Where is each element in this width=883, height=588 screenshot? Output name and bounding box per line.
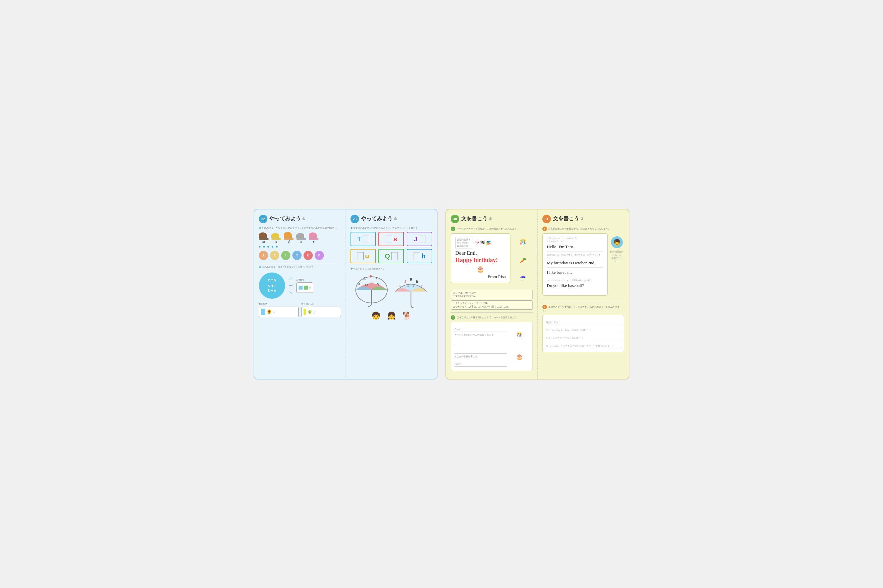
deco-umbrella: ☂️ bbox=[520, 275, 526, 280]
letter-grid: T s J u bbox=[350, 232, 432, 263]
character-row: A R I M D B bbox=[259, 251, 341, 260]
page-22: 22 やってみよう ① たれのぼうしかな？ 同じアルファベットの大文字と小文字を… bbox=[254, 210, 346, 379]
hat-a: a bbox=[271, 233, 281, 243]
hello-line-4: Do you like baseball? bbox=[547, 283, 604, 290]
page31-section2-label: 2 上のポスターを参考にして、あなたの自己紹介ポスターを完成させよう。 bbox=[542, 304, 625, 313]
write-line-blank2 bbox=[454, 346, 507, 354]
badge-31: 31 bbox=[542, 215, 551, 223]
svg-text:M: M bbox=[365, 283, 368, 286]
hat-d: d bbox=[284, 232, 294, 243]
char-R: R bbox=[270, 251, 279, 260]
pair-u: u bbox=[350, 249, 376, 263]
svg-text:B: B bbox=[404, 280, 407, 284]
write-hint1: カードを書きたいたんの名前を書こう。 bbox=[454, 333, 507, 336]
page-31-title: 31 文を書こう ② bbox=[542, 215, 625, 223]
page-30-title: 30 文を書こう ① bbox=[451, 215, 533, 223]
avatar-circle: 👦 bbox=[611, 236, 623, 248]
card-dear: Dear Emi, bbox=[455, 250, 506, 256]
blank-t bbox=[363, 235, 369, 243]
sort-icon-3 bbox=[303, 309, 306, 315]
write-left: Dear カードを書きたいたんの名前を書こう。 あなたの名前を書こう。 From bbox=[454, 325, 507, 368]
annotation-3: ウエスチョンマーク(？)は、疑問文の終わりに書く。 bbox=[547, 279, 604, 282]
badge-22: 22 bbox=[259, 215, 267, 223]
hello-line-1: Hello! I'm Taro. bbox=[547, 244, 604, 252]
hello-annotation: アポストロフィは、2つの語を1語にまとめるときに使う。 bbox=[547, 237, 604, 243]
sort-box-2: 🌻 b bbox=[259, 307, 299, 317]
write2-line-3: I like あなたの好きなものを書こう。 bbox=[546, 333, 621, 340]
umbrella-svg1: n A b f M t Y bbox=[353, 273, 390, 310]
pair-Q: Q bbox=[378, 249, 404, 263]
card-from: From Risa bbox=[455, 274, 506, 279]
char-I: I bbox=[281, 251, 290, 260]
blank-H bbox=[414, 252, 420, 260]
umbrella-svg2: m B g E i G t bbox=[393, 273, 429, 310]
page30-section1-label: 1 バースデーカードを見ながら、文の書き方をくにんしよう。 bbox=[451, 226, 533, 231]
hat-row: m a d bbox=[259, 232, 341, 243]
page-23-title: 23 やってみよう ② bbox=[350, 215, 432, 223]
write-deco: 🎊 🎂 bbox=[509, 325, 529, 368]
page31-section1-label: 1 自己紹介ポスターを見ながら、文の書き方をくにんしよう。 bbox=[542, 226, 625, 231]
write-area-30: Dear カードを書きたいたんの名前を書こう。 あなたの名前を書こう。 From… bbox=[451, 322, 533, 371]
sort-icon-1 bbox=[299, 286, 303, 290]
page-30: 30 文を書こう ① 1 バースデーカードを見ながら、文の書き方をくにんしよう。… bbox=[446, 210, 538, 379]
card-happy: Happy birthday! bbox=[455, 257, 506, 264]
circle-letters: b f pg e rk y s bbox=[259, 273, 285, 299]
child2: 👧 bbox=[387, 312, 396, 320]
dot-row bbox=[259, 246, 341, 248]
deco-carrot: 🥕 bbox=[520, 257, 526, 263]
hello-line-2: My birthday is October 2nd. bbox=[547, 260, 604, 268]
hello-deco: 👦 絵の自己紹介リストを参考にしよう！ bbox=[610, 233, 624, 299]
annotation-2: 文頭の文字は、大文字で書く。 ピリオドは、文の終わりに書く。 bbox=[547, 254, 604, 260]
badge-30: 30 bbox=[451, 215, 459, 223]
hint-birthday: あなたの誕生日を書こう。 bbox=[565, 328, 592, 332]
svg-text:E: E bbox=[416, 280, 418, 284]
sorting-area: b f pg e rk y s → → → 1段部て e bbox=[259, 271, 341, 300]
umbrella1: n A b f M t Y bbox=[353, 273, 390, 310]
hat-b: b bbox=[296, 233, 306, 243]
sort-icon-2 bbox=[261, 309, 265, 315]
blank-q bbox=[391, 252, 398, 260]
write-line-from: From bbox=[454, 360, 507, 367]
blank-U bbox=[357, 252, 363, 260]
book-right: 30 文を書こう ① 1 バースデーカードを見ながら、文の書き方をくにんしよう。… bbox=[446, 209, 629, 380]
card-area: 文頭の言葉・名前などの最初の文字 🎌🏁🎏 Dear Emi, Happy bir… bbox=[451, 233, 533, 286]
page30-section2-label: 2 文をなぞったり書き写したりして、カードを完成させよう。 bbox=[451, 315, 533, 320]
main-container: 22 やってみよう ① たれのぼうしかな？ 同じアルファベットの大文字と小文字を… bbox=[0, 196, 883, 393]
svg-text:G: G bbox=[407, 284, 409, 288]
blank-j bbox=[419, 235, 425, 243]
page23-section1-label: 大文字と小文字がペアになるように、アルファベットを書こう。 bbox=[350, 226, 432, 230]
write2-line-1: Hello! I'm bbox=[546, 318, 621, 324]
umbrella2: m B g E i G t bbox=[393, 273, 429, 310]
cake-icon: 🎂 bbox=[455, 265, 506, 273]
page23-section2-label: 小文字のところに色をぬろう。 bbox=[350, 267, 432, 271]
sort-3-group: 首と1段つき 🌵 g bbox=[301, 303, 341, 317]
svg-text:n: n bbox=[358, 282, 360, 286]
badge-23: 23 bbox=[350, 215, 359, 223]
deco-flag: 🎊 bbox=[520, 239, 526, 245]
page22-section2-label: 次の小文字を、高さごとに3つずつ仲間分けしよう。 bbox=[259, 266, 341, 269]
note-comma: コンマは、Yak りょの小文字を1文字あける。 bbox=[451, 290, 533, 299]
write-line-blank1 bbox=[454, 338, 507, 345]
page22-section1-label: たれのぼうしかな？ 同じアルファベットの大文字と小文字を線で結ぼう。 bbox=[259, 226, 341, 230]
write-area-31: Hello! I'm My birthday is あなたの誕生日を書こう。 I… bbox=[542, 315, 625, 352]
child1: 🧒 bbox=[371, 312, 380, 320]
sort-bottom: 2段部て 🌻 b 首と1段つき 🌵 g bbox=[259, 303, 341, 317]
write-deco-cake: 🎂 bbox=[516, 353, 523, 360]
pair-J: J bbox=[407, 232, 432, 246]
birthday-card: 文頭の言葉・名前などの最初の文字 🎌🏁🎏 Dear Emi, Happy bir… bbox=[451, 233, 511, 284]
char-M: M bbox=[292, 251, 302, 260]
hello-card: アポストロフィは、2つの語を1語にまとめるときに使う。 Hello! I'm T… bbox=[542, 233, 608, 296]
pair-h: h bbox=[407, 249, 432, 263]
child3: 🐕 bbox=[402, 312, 411, 320]
svg-text:b: b bbox=[370, 274, 372, 278]
pair-T: T bbox=[350, 232, 376, 246]
char-B: B bbox=[315, 251, 324, 260]
pair-s: s bbox=[378, 232, 404, 246]
write-inner: Dear カードを書きたいたんの名前を書こう。 あなたの名前を書こう。 From… bbox=[454, 325, 529, 368]
hello-area: アポストロフィは、2つの語を1語にまとめるときに使う。 Hello! I'm T… bbox=[542, 233, 625, 299]
hat-m: m bbox=[259, 232, 269, 243]
right-side-box: 絵の自己紹介リストを参考にしよう！ bbox=[610, 250, 624, 263]
page-31: 31 文を書こう ② 1 自己紹介ポスターを見ながら、文の書き方をくにんしよう。… bbox=[538, 210, 629, 379]
write-deco-flag: 🎊 bbox=[517, 332, 522, 338]
svg-text:Y: Y bbox=[377, 283, 379, 286]
